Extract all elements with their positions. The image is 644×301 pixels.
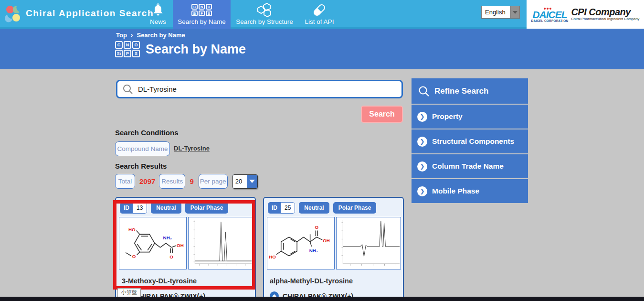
chromatogram-image xyxy=(336,217,401,269)
id-value: 25 xyxy=(281,203,295,213)
nav-item-search-by-structure[interactable]: Search by Structure xyxy=(231,0,298,29)
id-label: ID xyxy=(120,203,133,213)
condition-value-link[interactable]: DL-Tyrosine xyxy=(174,145,210,152)
hexagons-icon xyxy=(256,1,273,19)
nav-label: Search by Name xyxy=(178,18,226,25)
atom-label-nh2: NH₂ xyxy=(163,235,172,240)
nav-item-search-by-name[interactable]: C N O Si P S Search by Name xyxy=(173,0,231,29)
daicel-name: DAICEL xyxy=(531,11,569,19)
daicel-corp: DAICEL CORPORATION xyxy=(531,19,569,22)
cpi-subtitle: Chiral Pharmaceutical Ingredient Company xyxy=(571,17,639,21)
search-conditions-heading: Search Conditions xyxy=(115,129,179,137)
per-page-chip: Per page xyxy=(199,174,228,189)
per-page-value: 20 xyxy=(233,175,247,188)
breadcrumb-separator-icon: › xyxy=(131,31,133,39)
capsule-icon xyxy=(312,1,327,19)
cno-sips-icon: C N O Si P S xyxy=(191,1,212,19)
chevron-right-icon: ❯ xyxy=(417,137,427,147)
total-chip: Total xyxy=(115,174,135,189)
nav-label: List of API xyxy=(305,18,334,25)
structure-image: HO O NH₂ OH O xyxy=(119,217,187,269)
search-input[interactable] xyxy=(134,81,401,97)
cno-cell: O xyxy=(132,41,140,49)
per-page-select[interactable]: 20 xyxy=(232,174,258,189)
id-value: 13 xyxy=(133,203,147,213)
cno-cell: S xyxy=(132,50,140,57)
polar-phase-badge: Polar Phase xyxy=(185,202,229,214)
brand-logo: DAICEL DAICEL CORPORATION CPI Company Ch… xyxy=(527,0,644,29)
results-count: 9 xyxy=(190,177,193,185)
refine-item-property[interactable]: ❯ Property xyxy=(412,105,528,129)
cno-cell: P xyxy=(199,11,205,16)
cno-cell: C xyxy=(191,4,198,10)
id-badge: ID 25 xyxy=(268,202,295,214)
cno-cell: N xyxy=(124,41,131,49)
cno-sips-icon: C N O Si P S xyxy=(115,41,140,57)
page-banner: Top › Search by Name C N O Si P S Search… xyxy=(0,29,644,69)
chevron-right-icon: ❯ xyxy=(417,161,427,172)
chevron-down-icon xyxy=(513,11,517,14)
refine-search-title: Refine Search xyxy=(434,86,488,96)
page-title: Search by Name xyxy=(146,42,246,57)
id-label: ID xyxy=(268,203,281,213)
polar-phase-badge: Polar Phase xyxy=(333,202,377,214)
atom-label-o: O xyxy=(315,225,318,230)
language-value: English xyxy=(481,6,510,19)
refine-item-structural-components[interactable]: ❯ Structural Components xyxy=(412,129,528,153)
total-count: 2097 xyxy=(139,177,155,185)
chevron-right-icon: ❯ xyxy=(417,186,427,196)
bottom-taskbar-edge xyxy=(0,297,644,301)
nav-item-list-of-api[interactable]: List of API xyxy=(298,0,340,29)
nav-label: Search by Structure xyxy=(236,18,293,25)
search-button[interactable]: Search xyxy=(361,106,403,123)
results-summary-row: Total 2097 Results 9 Per page 20 xyxy=(115,174,258,189)
refine-search-header: Refine Search xyxy=(412,78,528,104)
cno-cell: O xyxy=(206,4,212,10)
per-page-dropdown-arrow[interactable] xyxy=(247,175,257,188)
id-badge: ID 13 xyxy=(120,202,147,214)
result-card[interactable]: ID 13 Neutral Polar Phase xyxy=(115,197,256,301)
breadcrumb: Top › Search by Name xyxy=(116,31,185,39)
badge-row: ID 25 Neutral Polar Phase xyxy=(268,202,400,214)
nav-label: News xyxy=(150,18,166,25)
compound-name[interactable]: alpha-Methyl-DL-tyrosine xyxy=(270,277,400,285)
cno-cell: S xyxy=(206,11,212,16)
language-select[interactable]: English xyxy=(481,6,520,19)
refine-item-mobile-phase[interactable]: ❯ Mobile Phase xyxy=(412,179,528,203)
neutral-badge: Neutral xyxy=(151,202,181,214)
daicel-dots-icon xyxy=(544,8,551,10)
search-box xyxy=(116,80,403,98)
app-title: Chiral Application Search xyxy=(26,8,154,19)
language-dropdown-arrow[interactable] xyxy=(510,6,520,19)
nav-item-news[interactable]: News xyxy=(143,0,173,29)
refine-item-label: Column Trade Name xyxy=(432,162,504,171)
cno-cell: Si xyxy=(115,50,123,57)
breadcrumb-current: Search by Name xyxy=(137,32,185,39)
atom-label-ho: HO xyxy=(128,227,136,232)
bell-icon xyxy=(152,1,164,19)
compound-name-chip: Compound Name xyxy=(115,141,170,156)
atom-label-oh: OH xyxy=(323,238,330,243)
breadcrumb-top-link[interactable]: Top xyxy=(116,32,127,39)
app-header: Chiral Application Search News C N O Si … xyxy=(0,0,644,29)
daicel-logo: DAICEL DAICEL CORPORATION xyxy=(531,7,569,22)
search-icon xyxy=(122,84,134,95)
atom-label-ho: HO xyxy=(269,254,276,259)
search-results-heading: Search Results xyxy=(115,162,167,170)
atom-label-o2: O xyxy=(169,254,173,259)
chromatogram-image xyxy=(188,217,253,269)
badge-row: ID 13 Neutral Polar Phase xyxy=(120,202,252,214)
result-card[interactable]: ID 25 Neutral Polar Phase xyxy=(263,197,404,301)
chevron-right-icon: ❯ xyxy=(417,112,427,122)
refine-item-column-trade-name[interactable]: ❯ Column Trade Name xyxy=(412,154,528,178)
refine-item-label: Mobile Phase xyxy=(432,187,479,195)
cno-cell: C xyxy=(115,41,123,49)
cpi-company: CPI Company xyxy=(571,8,639,17)
structure-image: HO O OH NH₂ xyxy=(267,217,335,269)
atom-label-o: O xyxy=(132,254,136,259)
page: Chiral Application Search News C N O Si … xyxy=(0,0,644,301)
compound-name[interactable]: 3-Methoxy-DL-tyrosine xyxy=(122,277,252,285)
cpi-logo: CPI Company Chiral Pharmaceutical Ingred… xyxy=(571,8,639,21)
results-chip: Results xyxy=(159,174,185,189)
search-icon xyxy=(418,86,430,97)
